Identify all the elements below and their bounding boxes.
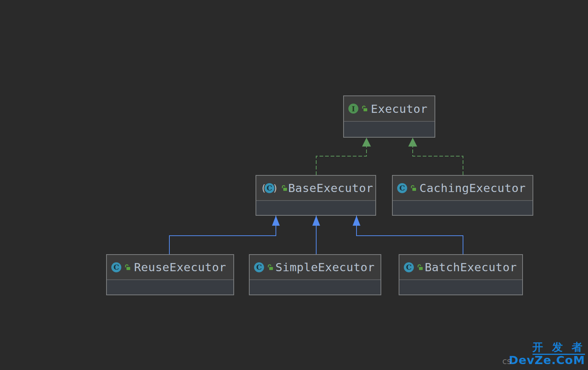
node-header: CBatchExecutor (399, 255, 522, 279)
extends-edge[interactable] (169, 216, 276, 254)
class-name: SimpleExecutor (274, 260, 376, 274)
class-name: ReuseExecutor (131, 260, 229, 274)
members-compartment (399, 279, 522, 295)
extends-edge[interactable] (356, 216, 463, 254)
class-icon: C (111, 262, 121, 272)
watermark-site-text: DevZe.CoM (509, 353, 585, 367)
unlock-icon (281, 185, 288, 192)
class-node-caching-executor[interactable]: CCachingExecutor (392, 175, 533, 216)
class-node-reuse-executor[interactable]: CReuseExecutor (106, 254, 234, 295)
inheritance-arrowhead-icon (353, 216, 361, 226)
class-icon: C (254, 262, 264, 272)
members-compartment (256, 200, 375, 215)
node-header: CCachingExecutor (393, 176, 533, 200)
unlock-icon (267, 264, 274, 271)
unlock-icon (124, 264, 131, 271)
watermark: 开 发 者 csDevZe.CoM (502, 342, 585, 366)
node-header: (C)BaseExecutor (256, 176, 375, 200)
class-name: Executor (368, 102, 430, 115)
interface-icon: I (348, 104, 358, 114)
unlock-icon (361, 105, 368, 112)
watermark-line1: 开 发 者 (502, 342, 585, 353)
implements-edge[interactable] (316, 138, 366, 175)
watermark-line2: csDevZe.CoM (502, 354, 585, 366)
class-name: CachingExecutor (417, 181, 528, 195)
diagram-canvas[interactable]: IExecutor(C)BaseExecutorCCachingExecutor… (0, 0, 588, 370)
abstract-class-icon: (C) (261, 183, 278, 193)
inheritance-arrowhead-icon (408, 138, 417, 147)
watermark-obscured-text: cs (502, 356, 511, 366)
class-name: BaseExecutor (288, 181, 373, 195)
watermark-cjk-text: 开 发 者 (533, 341, 585, 355)
node-header: CSimpleExecutor (250, 255, 381, 279)
inheritance-arrowhead-icon (312, 216, 320, 226)
class-node-batch-executor[interactable]: CBatchExecutor (399, 254, 523, 295)
unlock-icon (410, 185, 417, 192)
node-header: CReuseExecutor (107, 255, 233, 279)
abstract-paren-right: ) (273, 184, 278, 193)
members-compartment (250, 279, 381, 295)
inheritance-arrowhead-icon (272, 216, 280, 226)
members-compartment (393, 200, 533, 215)
members-compartment (344, 121, 435, 137)
inheritance-arrowhead-icon (362, 138, 371, 147)
class-node-executor[interactable]: IExecutor (343, 95, 435, 138)
class-node-base-executor[interactable]: (C)BaseExecutor (256, 175, 376, 216)
implements-edge[interactable] (413, 138, 463, 175)
unlock-icon (417, 264, 424, 271)
class-icon: C (397, 183, 407, 193)
members-compartment (107, 279, 233, 295)
class-node-simple-executor[interactable]: CSimpleExecutor (249, 254, 381, 295)
class-icon: C (404, 262, 414, 272)
node-header: IExecutor (344, 96, 435, 121)
class-name: BatchExecutor (424, 260, 518, 274)
